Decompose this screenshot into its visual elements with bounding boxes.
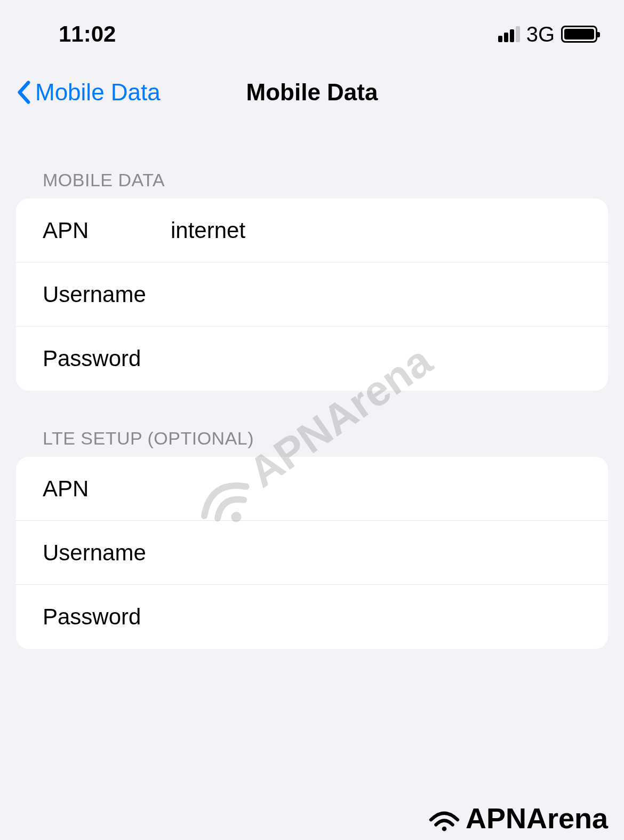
section-header-lte-setup: LTE SETUP (OPTIONAL) bbox=[0, 391, 624, 457]
lte-password-input[interactable] bbox=[171, 604, 581, 630]
lte-apn-input[interactable] bbox=[171, 476, 581, 502]
network-type: 3G bbox=[526, 22, 555, 46]
settings-group-lte-setup: APN Username Password bbox=[16, 457, 608, 649]
page-title: Mobile Data bbox=[246, 79, 378, 106]
row-username[interactable]: Username bbox=[16, 263, 608, 327]
status-time: 11:02 bbox=[59, 21, 116, 47]
svg-point-1 bbox=[442, 827, 447, 831]
row-lte-password[interactable]: Password bbox=[16, 585, 608, 649]
password-label: Password bbox=[43, 346, 171, 371]
apn-label: APN bbox=[43, 218, 171, 243]
username-input[interactable] bbox=[171, 282, 581, 307]
row-lte-username[interactable]: Username bbox=[16, 521, 608, 585]
watermark-bottom: APNArena bbox=[426, 802, 608, 835]
apn-input[interactable] bbox=[171, 218, 581, 243]
settings-group-mobile-data: APN Username Password bbox=[16, 199, 608, 391]
section-header-mobile-data: MOBILE DATA bbox=[0, 132, 624, 199]
back-button[interactable]: Mobile Data bbox=[16, 79, 161, 106]
watermark-brand: APNArena bbox=[466, 802, 608, 835]
signal-strength-icon bbox=[498, 26, 520, 42]
back-label: Mobile Data bbox=[35, 79, 161, 106]
lte-password-label: Password bbox=[43, 604, 171, 630]
navigation-bar: Mobile Data Mobile Data bbox=[0, 58, 624, 132]
username-label: Username bbox=[43, 282, 171, 307]
password-input[interactable] bbox=[171, 346, 581, 371]
chevron-left-icon bbox=[16, 81, 31, 104]
lte-apn-label: APN bbox=[43, 476, 171, 502]
lte-username-input[interactable] bbox=[171, 540, 581, 566]
status-bar: 11:02 3G bbox=[0, 0, 624, 58]
battery-icon bbox=[561, 26, 597, 43]
row-password[interactable]: Password bbox=[16, 327, 608, 391]
status-right: 3G bbox=[498, 22, 597, 46]
row-apn[interactable]: APN bbox=[16, 199, 608, 263]
wifi-icon bbox=[426, 805, 463, 831]
lte-username-label: Username bbox=[43, 540, 171, 566]
row-lte-apn[interactable]: APN bbox=[16, 457, 608, 521]
